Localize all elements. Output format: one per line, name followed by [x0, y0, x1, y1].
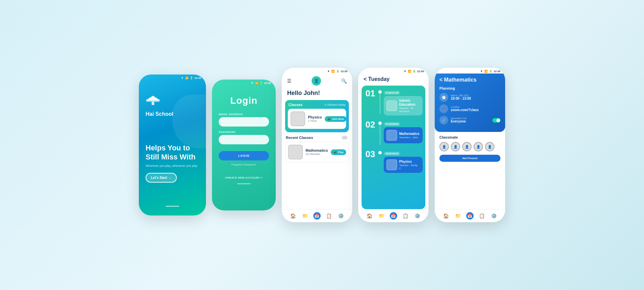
phone-splash: ▼ 📶 🔋 12:30 Hai School Helps You to Stil… [139, 75, 206, 215]
math-header: < Mathematics Planning 🕙 March, 25th 202… [435, 74, 505, 132]
nav4-settings[interactable]: ⚙️ [414, 212, 421, 220]
splash-indicator [166, 206, 179, 207]
slot-text-1: Islamic Education Teacher : M. Ikhsanul [399, 99, 420, 113]
home-main: Classes 5 classes today Physics 2 Hour 📹… [282, 100, 352, 209]
status-signal-2: ▼ [251, 82, 254, 85]
classmate-avatar-2[interactable]: 👤 [451, 142, 460, 151]
phones-container: ▼ 📶 🔋 12:30 Hai School Helps You to Stil… [139, 68, 505, 222]
status-signal-4: ▼ [404, 70, 407, 73]
math-name: Mathematics [306, 148, 328, 152]
status-bar-4: ▼ 📶 🔋 12:30 [358, 68, 429, 74]
status-wifi-1: 📶 [185, 77, 189, 80]
slot-text-3: Physics Teacher : Emily C [399, 160, 420, 170]
slot-card-2[interactable]: Mathematics Teachers : John [384, 127, 423, 143]
nav5-home[interactable]: 🏠 [442, 212, 450, 220]
classmate-avatar-1[interactable]: 👤 [439, 142, 449, 151]
status-battery-1: 🔋 [190, 77, 193, 80]
physics-thumbnail [290, 111, 305, 126]
not-present-button[interactable]: Not Present [439, 155, 500, 162]
slot-card-3[interactable]: Physics Teacher : Emily C [384, 157, 423, 173]
status-time-4: 12:30 [417, 70, 424, 73]
login-button[interactable]: LOGIN [219, 151, 269, 160]
user-avatar[interactable]: 👤 [312, 76, 321, 86]
play-button[interactable]: 📹 Play [331, 149, 346, 155]
status-time-5: 12:30 [494, 70, 500, 73]
svg-rect-0 [146, 100, 160, 102]
nav5-calendar[interactable]: 📅 [466, 212, 474, 220]
link-icon: 🔗 [439, 116, 448, 125]
lets-start-button[interactable]: Let's Start → [146, 173, 177, 183]
slot-time-2: 07.45-08.30 [384, 122, 400, 126]
slot-dot-2 [378, 122, 382, 125]
time-slot-1: 01 07.00-07.45 Islamic Education Teacher… [364, 89, 423, 115]
slot-thumb-2 [386, 130, 397, 141]
location-sub: Location [451, 106, 500, 108]
slot-vert-line-2 [380, 125, 380, 145]
time-slot-2: 02 07.45-08.30 Mathematics Teachers : Jo… [364, 120, 423, 145]
time-text: March, 25th 2021 10:00 - 13:00 [451, 94, 500, 100]
slot-number-2: 02 [364, 120, 376, 129]
slot-text-2: Mathematics Teachers : John [399, 132, 420, 139]
math-thumbnail [288, 145, 303, 159]
status-signal-3: ▼ [327, 70, 330, 73]
slot-time-3: 08.30-09.15 [384, 152, 400, 155]
status-signal-1: ▼ [181, 77, 184, 80]
recent-section: Recent Classes (2) Mathematics 20 Minute… [285, 136, 349, 162]
math-detail-content: ▼ 📶 🔋 12:30 < Mathematics Planning 🕙 Mar… [435, 68, 505, 222]
time-val: 10:00 - 13:00 [451, 97, 500, 100]
location-info-row: 📍 Location zoom.com/?class [439, 104, 500, 113]
link-val: Everyone [451, 119, 490, 123]
slot-dot-1 [378, 90, 382, 94]
nav4-folder[interactable]: 📁 [378, 212, 385, 220]
classmate-avatar-5[interactable]: 👤 [485, 142, 494, 151]
schedule-list: 01 07.00-07.45 Islamic Education Teacher… [362, 86, 425, 209]
password-input[interactable] [219, 135, 269, 144]
status-bar-5: ▼ 📶 🔋 12:30 [435, 68, 505, 74]
status-time-3: 12:30 [341, 70, 347, 73]
menu-icon[interactable]: ☰ [287, 78, 291, 84]
slot-dot-3 [378, 151, 382, 154]
classes-section: Classes 5 classes today Physics 2 Hour 📹… [285, 100, 349, 132]
physics-duration: 2 Hour [308, 119, 322, 123]
create-account-link[interactable]: CREATE NEW ACCOUNT > [225, 176, 263, 179]
link-info-row: 🔗 Shareable Link Everyone [439, 116, 500, 125]
nav5-settings[interactable]: ⚙️ [490, 212, 497, 220]
email-input[interactable] [219, 117, 269, 127]
recent-label: Recent Classes [286, 136, 313, 140]
classmate-avatar-4[interactable]: 👤 [474, 142, 483, 151]
status-wifi-3: 📶 [331, 70, 335, 73]
slot-line-3 [378, 151, 382, 154]
home-header: ☰ 👤 🔍 [282, 74, 352, 88]
classes-header: Classes 5 classes today [285, 100, 349, 109]
nav4-home[interactable]: 🏠 [366, 212, 373, 220]
nav4-calendar[interactable]: 📅 [390, 212, 397, 220]
link-sub: Shareable Link [451, 117, 490, 119]
slot-number-3: 03 [364, 150, 376, 158]
shareable-toggle[interactable] [492, 118, 500, 123]
math-info: Mathematics 20 Minutes [306, 148, 328, 156]
greeting-text: Hello John! [282, 88, 352, 100]
nav5-folder[interactable]: 📁 [454, 212, 462, 220]
nav-settings[interactable]: ⚙️ [337, 212, 344, 220]
classes-count: 5 classes today [325, 103, 345, 106]
bottom-nav-4: 🏠 📁 📅 📋 ⚙️ [358, 209, 429, 222]
status-wifi-4: 📶 [408, 70, 411, 73]
classmate-avatar-3[interactable]: 👤 [462, 142, 472, 151]
phone-login: ▼ 📶 🔋 12:30 Login EMAIL ADDRESS PASSWORD… [212, 80, 276, 210]
join-now-button[interactable]: 📹 Join Now [325, 116, 347, 122]
classmate-section: Classmate 👤 👤 👤 👤 👤 Not Present [435, 132, 505, 165]
phone-home: ▼ 📶 🔋 12:30 ☰ 👤 🔍 Hello John! Classes 5 … [282, 68, 352, 222]
status-wifi-5: 📶 [484, 70, 488, 73]
nav-calendar[interactable]: 📅 [313, 212, 321, 220]
slot-card-1[interactable]: Islamic Education Teacher : M. Ikhsanul [384, 96, 423, 115]
search-icon[interactable]: 🔍 [341, 78, 347, 84]
nav4-list[interactable]: 📋 [402, 212, 409, 220]
nav-home[interactable]: 🏠 [289, 212, 297, 220]
status-bar-3: ▼ 📶 🔋 12:30 [282, 68, 352, 74]
nav-folder[interactable]: 📁 [301, 212, 309, 220]
nav-list[interactable]: 📋 [325, 212, 333, 220]
nav5-list[interactable]: 📋 [478, 212, 486, 220]
slot-info-2: 07.45-08.30 Mathematics Teachers : John [384, 120, 423, 143]
forgot-password-link[interactable]: Forgoten Password? [231, 163, 256, 166]
login-title: Login [230, 95, 257, 106]
